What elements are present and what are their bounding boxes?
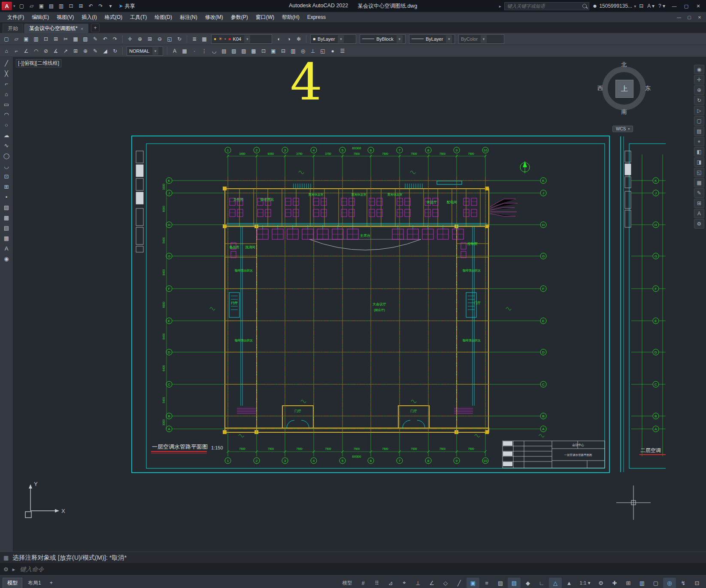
model-space-button[interactable]: 模型: [339, 578, 356, 588]
help-button[interactable]: ? ▾: [658, 3, 665, 9]
floor-plan-svg[interactable]: 会议中心 一层空调水管路平面图 一层空调水管路平面图 1:150: [131, 136, 666, 473]
viewcube[interactable]: 北 南 西 东 上: [596, 60, 652, 116]
dynamic-ucs-icon[interactable]: ∟: [535, 578, 548, 588]
close-button[interactable]: ✕: [692, 1, 704, 11]
osnap-settings-icon[interactable]: ◎: [298, 46, 308, 55]
menu-item-8[interactable]: 标注(N): [176, 12, 201, 22]
search-input[interactable]: [504, 2, 589, 10]
publish-3d-icon[interactable]: ⊞: [694, 199, 704, 208]
dim-linear-icon[interactable]: ⌐: [12, 46, 21, 55]
dim-angular-icon[interactable]: ∡: [51, 46, 61, 55]
xref-icon[interactable]: ⊟: [279, 46, 288, 55]
plot-icon[interactable]: ▥: [57, 2, 66, 10]
menu-item-1[interactable]: 文件(F): [3, 12, 28, 22]
viewcube-north[interactable]: 北: [621, 61, 627, 69]
rectangle-tool[interactable]: ▭: [1, 100, 12, 109]
plot-icon[interactable]: ▥: [31, 34, 41, 43]
menu-item-9[interactable]: 修改(M): [201, 12, 227, 22]
lineweight-dropdown[interactable]: ByLayer ▾: [409, 34, 455, 44]
construction-line-tool[interactable]: ╳: [1, 69, 12, 78]
mtext-tool[interactable]: A: [1, 244, 12, 253]
orbit-icon[interactable]: ↻: [694, 96, 704, 105]
isolate-objects-icon[interactable]: ◎: [663, 578, 676, 588]
showmotion-icon[interactable]: ▷: [694, 106, 704, 115]
steering-wheel-icon[interactable]: ◉: [694, 65, 704, 74]
named-views-icon[interactable]: ◱: [165, 34, 174, 43]
menu-item-11[interactable]: 窗口(W): [252, 12, 278, 22]
undo-icon[interactable]: ↶: [86, 2, 96, 10]
spline-tool[interactable]: ∿: [1, 141, 12, 151]
menu-item-6[interactable]: 工具(T): [126, 12, 151, 22]
measure-icon[interactable]: ◡: [209, 46, 219, 55]
gradient-icon[interactable]: ▩: [249, 46, 258, 55]
model-tab[interactable]: 模型: [3, 578, 22, 588]
section-plane-icon[interactable]: ◧: [694, 147, 704, 157]
pan-hand-icon[interactable]: ✛: [694, 75, 704, 84]
grid-icon[interactable]: #: [357, 578, 370, 588]
flatshot-icon[interactable]: ◨: [694, 157, 704, 167]
cart-icon[interactable]: ⊟: [639, 3, 643, 9]
command-history-icon[interactable]: ▦: [3, 555, 9, 561]
block-icon[interactable]: ⊡: [259, 46, 268, 55]
point-tool[interactable]: •: [1, 192, 12, 202]
search-icon[interactable]: [582, 4, 587, 8]
snap-icon[interactable]: ⠿: [370, 578, 383, 588]
region-tool[interactable]: ▤: [1, 223, 12, 233]
plot-preview-icon[interactable]: ⊡: [67, 2, 76, 10]
lock-ui-icon[interactable]: ▢: [649, 578, 662, 588]
annotate-icon[interactable]: A: [694, 209, 704, 218]
zoom-realtime-icon[interactable]: ⊕: [135, 34, 145, 43]
dim-edit-icon[interactable]: ✎: [91, 46, 100, 55]
divide-icon[interactable]: ⋮: [200, 46, 209, 55]
command-input[interactable]: [19, 565, 244, 573]
ucs-tool-icon[interactable]: ⊥: [308, 46, 318, 55]
layer-dropdown[interactable]: ● ☀ ▪ ■ K04 ▾: [211, 34, 272, 44]
selection-cycling-icon[interactable]: ▤: [508, 578, 521, 588]
ortho-icon[interactable]: ⊥: [412, 578, 424, 588]
gradient-tool[interactable]: ▩: [1, 213, 12, 223]
table-icon[interactable]: ▦: [180, 46, 189, 55]
point-style-tool[interactable]: ◉: [1, 254, 12, 264]
hatch-tool[interactable]: ▨: [1, 202, 12, 212]
layer-walk-icon[interactable]: ▤: [694, 127, 704, 136]
cut-icon[interactable]: ✂: [61, 34, 70, 43]
layer-properties-icon[interactable]: ≣: [190, 34, 199, 43]
customize-qat-icon[interactable]: ▾: [106, 2, 115, 10]
circle-tool[interactable]: ○: [1, 120, 12, 130]
polar-tracking-icon[interactable]: ∠: [425, 578, 438, 588]
pan-icon[interactable]: ✛: [125, 34, 135, 43]
annotation-monitor-icon[interactable]: ✚: [608, 578, 621, 588]
save-as-icon[interactable]: ▤: [47, 2, 56, 10]
text-style-dropdown[interactable]: NORMAL ▾: [127, 46, 163, 56]
line-tool[interactable]: ╱: [1, 58, 12, 68]
make-block-tool[interactable]: ⊞: [1, 182, 12, 192]
units-icon[interactable]: ⊞: [622, 578, 635, 588]
zoom-window-icon[interactable]: ⊞: [145, 34, 155, 43]
ellipse-tool[interactable]: ◯: [1, 151, 12, 161]
chevron-down-icon[interactable]: ▾: [13, 4, 15, 8]
layer-isolate-icon[interactable]: ◑: [284, 34, 294, 43]
paste-icon[interactable]: ▧: [81, 34, 90, 43]
infer-constraints-icon[interactable]: ⊿: [384, 578, 397, 588]
menu-item-10[interactable]: 参数(P): [227, 12, 252, 22]
settings-icon[interactable]: ⚙: [694, 219, 704, 229]
tab-current-drawing[interactable]: 某会议中心空调图纸* ×: [24, 24, 88, 33]
account-menu[interactable]: ☻ 1505999135... ▾: [592, 3, 636, 9]
annotation-scale-button[interactable]: 1:1 ▾: [576, 578, 594, 588]
customize-icon[interactable]: ⚙: [3, 566, 9, 573]
measure-tool-icon[interactable]: ⌖: [694, 137, 704, 146]
preview-icon[interactable]: ⊡: [41, 34, 51, 43]
point-icon[interactable]: ∙: [190, 46, 199, 55]
qnew-icon[interactable]: ▢: [17, 2, 27, 10]
doc-close-button[interactable]: ✕: [694, 13, 705, 21]
open-file-icon[interactable]: ▱: [27, 2, 36, 10]
arc-tool[interactable]: ◠: [1, 110, 12, 120]
tolerance-icon[interactable]: ⊞: [71, 46, 80, 55]
lineweight-icon[interactable]: ≡: [480, 578, 493, 588]
autodesk-app-icon[interactable]: A ▾: [647, 3, 654, 9]
minimize-button[interactable]: —: [668, 1, 680, 11]
color-dropdown[interactable]: ■ ByLayer ▾: [310, 34, 356, 44]
dynamic-input-icon[interactable]: ⌖: [398, 578, 411, 588]
command-line[interactable]: ⚙ ▸: [0, 563, 706, 575]
viewcube-east[interactable]: 东: [645, 84, 651, 92]
